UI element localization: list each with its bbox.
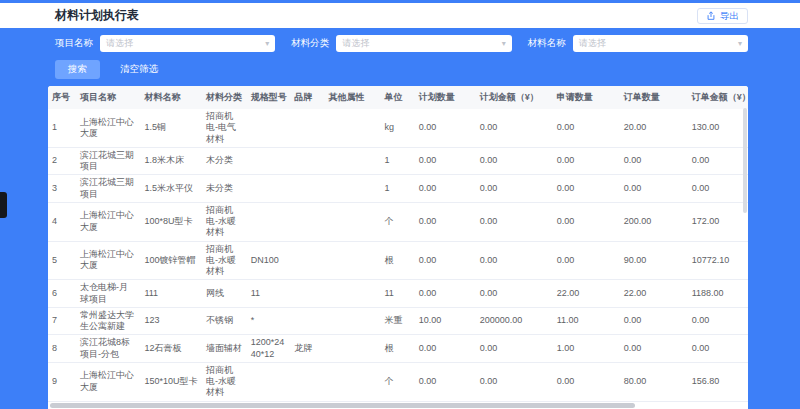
table-cell: 80.00 xyxy=(620,362,688,401)
horizontal-scrollbar[interactable] xyxy=(48,402,748,409)
table-cell: 6 xyxy=(48,280,76,308)
chevron-down-icon: ▾ xyxy=(265,40,269,48)
table-row[interactable]: 4上海松江中心大厦100*8U型卡招商机电-水暖材料个0.000.000.002… xyxy=(48,202,748,241)
table-cell: 滨江花城三期项目 xyxy=(76,175,140,203)
table-cell: 0.00 xyxy=(476,175,553,203)
table-row[interactable]: 1上海松江中心大厦1.5铜招商机电-电气材料kg0.000.000.0020.0… xyxy=(48,109,748,147)
table-cell: 招商机电-电气材料 xyxy=(202,109,247,147)
table-row[interactable]: 6太仓电梯-月球项目111网线11110.000.0022.0022.00118… xyxy=(48,280,748,308)
table-row[interactable]: 2滨江花城三期项目1.8米木床木分类10.000.000.000.000.00 xyxy=(48,147,748,175)
table-header-row: 序号项目名称材料名称材料分类规格型号品牌其他属性单位计划数量计划金额（¥）申请数… xyxy=(48,86,748,109)
filter-item: 项目名称请选择▾ xyxy=(55,35,275,52)
filter-bar: 项目名称请选择▾材料分类请选择▾材料名称请选择▾ 搜索 清空筛选 xyxy=(0,28,800,86)
filter-label: 项目名称 xyxy=(55,37,93,50)
table-cell: 0.00 xyxy=(688,147,748,175)
table-cell: 0.00 xyxy=(415,362,476,401)
table-row[interactable]: 7常州盛达大学生公寓新建123不锈钢*米重10.00200000.0011.00… xyxy=(48,307,748,335)
table-cell: 0.00 xyxy=(415,147,476,175)
table-cell: 招商机电-水暖材料 xyxy=(202,362,247,401)
table-cell: 100镀锌管帽 xyxy=(140,241,202,280)
table-cell: 0.00 xyxy=(415,202,476,241)
filter-fields: 项目名称请选择▾材料分类请选择▾材料名称请选择▾ xyxy=(55,35,748,52)
table-cell: 0.00 xyxy=(553,147,620,175)
table-cell: 1.8米木床 xyxy=(140,147,202,175)
table-cell: 个 xyxy=(380,202,414,241)
table-cell: 0.00 xyxy=(688,335,748,363)
table-cell: 9 xyxy=(48,362,76,401)
table-cell: 0.00 xyxy=(415,109,476,147)
table-cell: 根 xyxy=(380,335,414,363)
table-cell: 0.00 xyxy=(620,147,688,175)
horizontal-scrollbar-thumb[interactable] xyxy=(50,403,635,408)
filter-select[interactable]: 请选择▾ xyxy=(336,35,511,52)
filter-label: 材料名称 xyxy=(528,37,566,50)
table-card: 序号项目名称材料名称材料分类规格型号品牌其他属性单位计划数量计划金额（¥）申请数… xyxy=(48,86,748,409)
export-icon xyxy=(706,11,716,21)
table-cell xyxy=(247,109,290,147)
table-cell: 上海松江中心大厦 xyxy=(76,109,140,147)
table-cell xyxy=(324,241,380,280)
column-header: 其他属性 xyxy=(324,86,380,109)
table-cell: 上海松江中心大厦 xyxy=(76,241,140,280)
table-cell: 常州盛达大学生公寓新建 xyxy=(76,307,140,335)
table-cell: 8 xyxy=(48,335,76,363)
table-row[interactable]: 9上海松江中心大厦150*10U型卡招商机电-水暖材料个0.000.000.00… xyxy=(48,362,748,401)
column-header: 订单金额（¥） xyxy=(688,86,748,109)
table-cell: 0.00 xyxy=(476,362,553,401)
table-row[interactable]: 3滨江花城三期项目1.5米水平仪未分类10.000.000.000.000.00 xyxy=(48,175,748,203)
table-cell xyxy=(290,175,324,203)
table-cell: 0.00 xyxy=(553,109,620,147)
table-cell: 1.5铜 xyxy=(140,109,202,147)
filter-select[interactable]: 请选择▾ xyxy=(573,35,748,52)
table-cell: 1 xyxy=(380,147,414,175)
table-cell: 上海松江中心大厦 xyxy=(76,362,140,401)
table-cell xyxy=(324,147,380,175)
table-cell: 招商机电-水暖材料 xyxy=(202,202,247,241)
clear-filter-button[interactable]: 清空筛选 xyxy=(120,63,158,76)
table-cell: 1188.00 xyxy=(688,280,748,308)
table-cell: 滨江花城三期项目 xyxy=(76,147,140,175)
table-cell: 根 xyxy=(380,241,414,280)
table-cell: 米重 xyxy=(380,307,414,335)
filter-select[interactable]: 请选择▾ xyxy=(100,35,275,52)
sidebar-handle[interactable] xyxy=(0,192,7,218)
column-header: 订单数量 xyxy=(620,86,688,109)
table-cell: 7 xyxy=(48,307,76,335)
table-cell: 156.80 xyxy=(688,362,748,401)
table-cell: 22.00 xyxy=(620,280,688,308)
table-cell: 网线 xyxy=(202,280,247,308)
select-placeholder: 请选择 xyxy=(579,37,606,50)
table-cell: 1.00 xyxy=(553,335,620,363)
table-cell: 123 xyxy=(140,307,202,335)
export-button[interactable]: 导出 xyxy=(697,8,748,24)
table-cell: 0.00 xyxy=(476,241,553,280)
page: 材料计划执行表 导出 项目名称请选择▾材料分类请选择▾材料名称请选择▾ 搜索 清… xyxy=(0,0,800,409)
table-cell: 0.00 xyxy=(553,241,620,280)
table-cell xyxy=(247,147,290,175)
table-cell: 100*8U型卡 xyxy=(140,202,202,241)
table-cell: 0.00 xyxy=(620,307,688,335)
table-cell: 0.00 xyxy=(553,175,620,203)
filter-label: 材料分类 xyxy=(291,37,329,50)
chevron-down-icon: ▾ xyxy=(502,40,506,48)
filter-item: 材料分类请选择▾ xyxy=(291,35,511,52)
search-button[interactable]: 搜索 xyxy=(55,60,100,79)
table-cell: 2 xyxy=(48,147,76,175)
table-row[interactable]: 5上海松江中心大厦100镀锌管帽招商机电-水暖材料DN100根0.000.000… xyxy=(48,241,748,280)
table-cell xyxy=(290,362,324,401)
table-cell: 龙牌 xyxy=(290,335,324,363)
table-cell xyxy=(324,175,380,203)
table-cell: 太仓电梯-月球项目 xyxy=(76,280,140,308)
table-cell: 20.00 xyxy=(620,109,688,147)
vertical-scrollbar[interactable] xyxy=(743,108,747,213)
table-cell: 0.00 xyxy=(688,175,748,203)
table-cell xyxy=(324,280,380,308)
table-cell: 130.00 xyxy=(688,109,748,147)
table-cell: 11 xyxy=(247,280,290,308)
table-cell: 0.00 xyxy=(688,307,748,335)
table-cell xyxy=(324,362,380,401)
column-header: 单位 xyxy=(380,86,414,109)
select-placeholder: 请选择 xyxy=(106,37,133,50)
table-cell: 滨江花城8标项目-分包 xyxy=(76,335,140,363)
table-row[interactable]: 8滨江花城8标项目-分包12石膏板墙面辅材1200*2440*12龙牌根0.00… xyxy=(48,335,748,363)
